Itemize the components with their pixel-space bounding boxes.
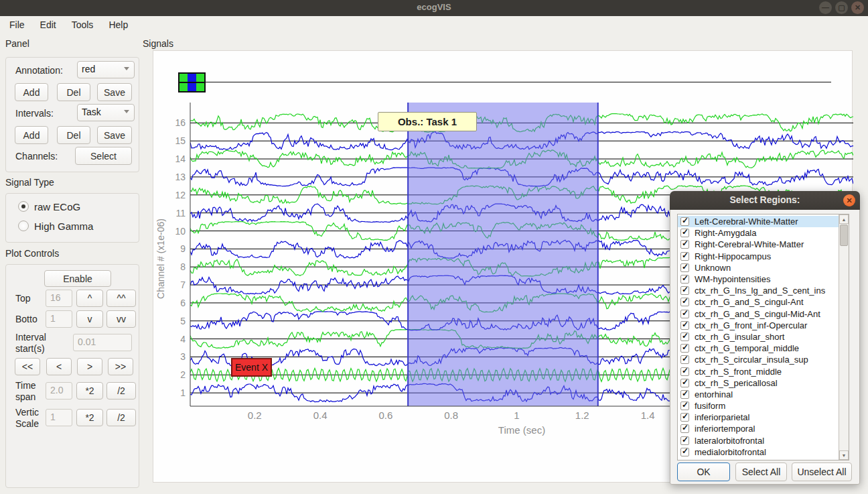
region-row[interactable]: Right-Hippocampus (678, 251, 839, 262)
region-row[interactable]: lateralorbitofrontal (678, 435, 839, 446)
region-row[interactable]: ctx_rh_S_circular_insula_sup (678, 354, 839, 365)
region-label: ctx_rh_G_temporal_middle (695, 343, 799, 353)
event-x-annotation[interactable]: Event X (231, 358, 272, 377)
maximize-icon[interactable]: ▢ (835, 1, 848, 14)
region-checkbox[interactable] (680, 402, 689, 410)
minimize-icon[interactable]: — (819, 1, 832, 14)
region-row[interactable]: entorhinal (678, 389, 839, 400)
region-checkbox[interactable] (680, 217, 689, 226)
region-checkbox[interactable] (680, 424, 689, 433)
time-span-half-button[interactable]: /2 (106, 382, 136, 399)
region-row[interactable]: ctx_rh_G_insular_short (678, 331, 839, 343)
region-row[interactable]: ctx_rh_G_Ins_lg_and_S_cent_ins (678, 285, 839, 296)
region-row[interactable]: medialorbitofrontal (678, 446, 839, 458)
region-row[interactable]: inferiortemporal (678, 423, 839, 434)
channels-label: Channels: (15, 151, 58, 162)
intervals-save-button[interactable]: Save (97, 126, 132, 144)
region-checkbox[interactable] (680, 229, 689, 237)
unselect-all-button[interactable]: Unselect All (792, 462, 852, 481)
region-row[interactable]: ctx_rh_G_front_inf-Opercular (678, 320, 839, 331)
time-span-input[interactable]: 2.0 (46, 382, 72, 399)
menu-bar: File Edit Tools Help (0, 16, 868, 33)
annotation-combobox[interactable]: red (77, 61, 135, 78)
intervals-add-button[interactable]: Add (15, 126, 48, 144)
time-span-double-button[interactable]: *2 (76, 382, 103, 399)
menu-file[interactable]: File (7, 18, 27, 32)
vertical-scale-half-button[interactable]: /2 (106, 409, 136, 426)
enable-button[interactable]: Enable (44, 270, 111, 287)
region-row[interactable]: WM-hypointensities (678, 273, 839, 285)
region-row[interactable]: ctx_rh_S_front_middle (678, 365, 839, 377)
task-interval-region[interactable] (408, 103, 598, 406)
x-tick-label: 0.8 (444, 410, 458, 421)
region-checkbox[interactable] (680, 263, 689, 272)
scroll-up-icon[interactable]: ▲ (839, 214, 849, 224)
bottom-input[interactable]: 1 (46, 310, 72, 328)
region-checkbox[interactable] (680, 275, 689, 284)
region-checkbox[interactable] (680, 379, 689, 387)
region-row[interactable]: Right-Amygdala (678, 227, 839, 239)
intervals-combobox[interactable]: Task (77, 104, 135, 121)
region-row[interactable]: ctx_rh_G_and_S_cingul-Ant (678, 296, 839, 308)
jump-back-button[interactable]: << (15, 358, 40, 375)
region-row[interactable]: ctx_rh_G_temporal_middle (678, 343, 839, 354)
region-row[interactable]: Right-Cerebral-White-Matter (678, 239, 839, 250)
vertical-scale-double-button[interactable]: *2 (76, 409, 103, 426)
dialog-titlebar[interactable]: Select Regions: ✕ (670, 191, 860, 210)
annotation-del-button[interactable]: Del (57, 83, 90, 101)
annotation-add-button[interactable]: Add (15, 83, 48, 101)
annotation-save-button[interactable]: Save (97, 83, 132, 101)
region-checkbox[interactable] (680, 355, 689, 364)
dialog-close-icon[interactable]: ✕ (843, 194, 855, 206)
intervals-del-button[interactable]: Del (57, 126, 90, 144)
jump-forward-button[interactable]: >> (108, 358, 133, 375)
vertical-scale-input[interactable]: 1 (46, 409, 72, 426)
top-upup-button[interactable]: ^^ (106, 290, 136, 307)
menu-help[interactable]: Help (106, 18, 130, 32)
region-row[interactable]: Unknown (678, 262, 839, 273)
top-input[interactable]: 16 (46, 290, 72, 307)
region-list[interactable]: Left-Cerebral-White-MatterRight-Amygdala… (677, 214, 849, 460)
region-checkbox[interactable] (680, 448, 689, 456)
region-row[interactable]: inferiorparietal (678, 412, 839, 423)
bottom-label: Botto (15, 314, 38, 324)
bottom-downdown-button[interactable]: vv (106, 310, 136, 328)
interval-start-input[interactable]: 0.01 (73, 334, 132, 351)
top-up-button[interactable]: ^ (76, 290, 103, 307)
region-checkbox[interactable] (680, 298, 689, 306)
menu-edit[interactable]: Edit (38, 18, 58, 32)
region-row[interactable]: Left-Cerebral-White-Matter (678, 216, 839, 227)
x-tick-label: 0.4 (313, 410, 328, 421)
region-row[interactable]: ctx_rh_G_and_S_cingul-Mid-Ant (678, 308, 839, 320)
region-row[interactable]: fusiform (678, 400, 839, 412)
bottom-down-button[interactable]: v (76, 310, 103, 328)
raw-ecog-radio[interactable] (18, 201, 29, 212)
region-checkbox[interactable] (680, 436, 689, 445)
menu-tools[interactable]: Tools (70, 18, 96, 32)
region-checkbox[interactable] (680, 252, 689, 261)
region-checkbox[interactable] (680, 367, 689, 376)
region-label: inferiortemporal (695, 424, 755, 434)
high-gamma-radio[interactable] (18, 221, 29, 231)
step-forward-button[interactable]: > (77, 358, 102, 375)
region-row[interactable]: ctx_rh_S_pericallosal (678, 377, 839, 389)
region-checkbox[interactable] (680, 390, 689, 399)
region-checkbox[interactable] (680, 321, 689, 330)
region-checkbox[interactable] (680, 332, 689, 341)
region-checkbox[interactable] (680, 286, 689, 295)
plot-controls-groupbox: Enable Top 16 ^ ^^ Botto 1 v vv Interval… (5, 264, 139, 488)
region-checkbox[interactable] (680, 413, 689, 422)
chevron-down-icon (124, 110, 129, 113)
region-checkbox[interactable] (680, 240, 689, 249)
close-icon[interactable]: ✕ (851, 1, 864, 14)
select-all-button[interactable]: Select All (735, 462, 787, 481)
region-checkbox[interactable] (680, 344, 689, 353)
region-checkbox[interactable] (680, 310, 689, 318)
scrollbar-thumb[interactable] (840, 225, 848, 246)
ok-button[interactable]: OK (677, 462, 730, 481)
region-list-scrollbar[interactable]: ▲ ▼ (839, 214, 849, 460)
step-back-button[interactable]: < (46, 358, 72, 375)
y-tick-label: 14 (175, 153, 186, 164)
channels-select-button[interactable]: Select (75, 147, 132, 165)
scroll-down-icon[interactable]: ▼ (839, 450, 849, 460)
